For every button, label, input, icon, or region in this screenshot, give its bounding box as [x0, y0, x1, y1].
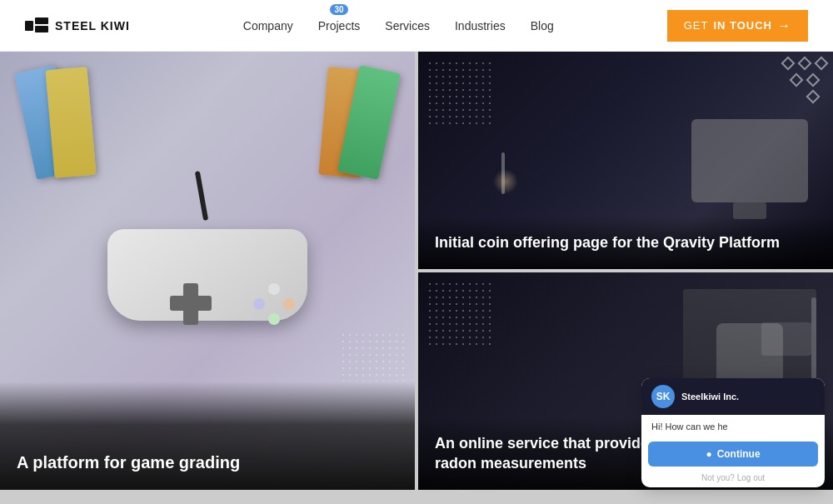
- btn-right: [283, 298, 295, 310]
- qravity-monitor: [691, 119, 808, 202]
- nav-projects[interactable]: 30 Projects: [318, 19, 361, 32]
- controller-body: [107, 229, 307, 321]
- card-game-grading[interactable]: A platform for game grading: [0, 52, 415, 490]
- btn-left: [253, 298, 265, 310]
- qravity-title: Initial coin offering page for the Qravi…: [435, 234, 780, 251]
- card-game-bottom-overlay: A platform for game grading: [0, 382, 415, 490]
- geo-square-5: [790, 73, 804, 87]
- geo-square-3: [806, 73, 821, 87]
- chat-continue-label: Continue: [717, 448, 761, 460]
- chat-avatar: SK: [651, 385, 675, 408]
- logo[interactable]: STEEL KIWI: [25, 17, 130, 34]
- dpad-vertical: [183, 283, 198, 325]
- svg-rect-1: [35, 17, 48, 24]
- qravity-light: [493, 169, 518, 194]
- cta-arrow: →: [777, 18, 791, 33]
- geo-square-2: [798, 57, 812, 71]
- chat-header: SK Steelkiwi Inc.: [641, 378, 825, 415]
- action-buttons: [253, 283, 295, 325]
- projects-badge: 30: [330, 4, 348, 15]
- chat-logout-link[interactable]: Not you? Log out: [641, 473, 825, 487]
- game-card-yellow: [45, 67, 96, 178]
- cta-get: GET: [684, 19, 709, 32]
- geo-shapes-qravity: [751, 58, 826, 117]
- dots-pattern-game: [340, 332, 407, 382]
- get-in-touch-button[interactable]: GETIN TOUCH →: [667, 10, 808, 42]
- nav-company[interactable]: Company: [243, 19, 293, 32]
- logo-icon: [25, 17, 48, 34]
- chat-company-name: Steelkiwi Inc.: [681, 392, 739, 402]
- cta-in-touch: IN TOUCH: [713, 19, 772, 32]
- main-nav: Company 30 Projects Services Industries …: [243, 19, 554, 32]
- btn-top: [268, 283, 280, 295]
- svg-rect-0: [25, 21, 33, 31]
- qravity-overlay: Initial coin offering page for the Qravi…: [418, 217, 833, 269]
- card-game-title: A platform for game grading: [17, 452, 240, 473]
- dots-pattern-qravity: [426, 60, 493, 127]
- controller-cable: [195, 171, 208, 221]
- chat-widget: SK Steelkiwi Inc. Hi! How can we he ● Co…: [641, 378, 825, 487]
- geo-square-1: [815, 57, 829, 71]
- btn-bottom: [268, 313, 280, 325]
- chat-message: Hi! How can we he: [641, 415, 825, 438]
- dpad: [170, 283, 212, 325]
- chat-continue-icon: ●: [706, 448, 711, 460]
- logo-text: STEEL KIWI: [55, 19, 130, 32]
- nav-industries[interactable]: Industries: [455, 19, 506, 32]
- nav-services[interactable]: Services: [385, 19, 430, 32]
- nav-blog[interactable]: Blog: [531, 19, 554, 32]
- dots-pattern-radon: [426, 281, 493, 347]
- header: STEEL KIWI Company 30 Projects Services …: [0, 0, 833, 52]
- chat-continue-button[interactable]: ● Continue: [648, 442, 818, 467]
- game-controller: [82, 196, 332, 346]
- radon-screen: [761, 322, 811, 356]
- geo-square-4: [781, 57, 796, 71]
- geo-square-6: [806, 90, 821, 104]
- card-qravity[interactable]: Initial coin offering page for the Qravi…: [418, 52, 833, 269]
- svg-rect-2: [35, 26, 48, 32]
